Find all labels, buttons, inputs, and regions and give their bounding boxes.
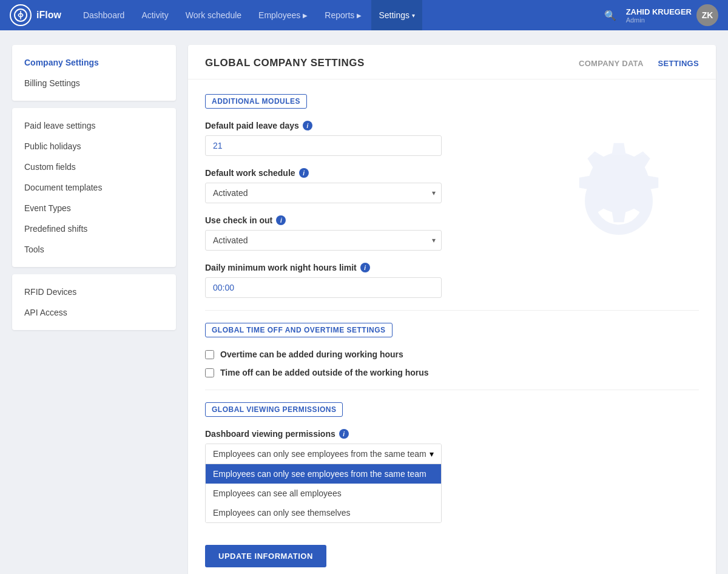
brand: iFlow bbox=[10, 4, 61, 26]
sidebar-item-public-holidays[interactable]: Public holidays bbox=[12, 136, 176, 157]
field-night-hours: Daily minimum work night hours limit i bbox=[205, 263, 699, 298]
navbar: iFlow Dashboard Activity Work schedule E… bbox=[0, 0, 728, 30]
sidebar-section-config: Paid leave settings Public holidays Cust… bbox=[12, 108, 176, 267]
paid-leave-input[interactable] bbox=[205, 135, 442, 156]
field-paid-leave-days: Default paid leave days i bbox=[205, 121, 699, 156]
work-schedule-info-icon[interactable]: i bbox=[299, 168, 309, 178]
tab-company-data[interactable]: COMPANY DATA bbox=[579, 59, 644, 68]
brand-name: iFlow bbox=[36, 10, 61, 21]
nav-settings[interactable]: Settings ▾ bbox=[371, 0, 422, 30]
sidebar-item-event-types[interactable]: Event Types bbox=[12, 198, 176, 218]
employees-arrow-icon: ▶ bbox=[303, 12, 308, 19]
sidebar-item-api-access[interactable]: API Access bbox=[12, 302, 176, 323]
settings-content: ADDITIONAL MODULES Default paid leave da… bbox=[188, 79, 716, 574]
user-name: ZAHID KRUEGER bbox=[626, 7, 692, 16]
update-information-button[interactable]: UPDATE INFORMATION bbox=[205, 545, 326, 567]
sidebar-item-document-templates[interactable]: Document templates bbox=[12, 177, 176, 198]
permissions-current-value: Employees can only see employees from th… bbox=[213, 449, 426, 459]
nav-reports[interactable]: Reports ▶ bbox=[317, 0, 369, 30]
checkbox-time-off-row: Time off can be added outside of the wor… bbox=[205, 368, 699, 377]
divider-1 bbox=[205, 310, 699, 311]
overtime-label: Overtime can be added during working hou… bbox=[220, 349, 403, 359]
work-schedule-select-wrapper: Activated Deactivated ▾ bbox=[205, 183, 442, 203]
sidebar-section-devices: RFID Devices API Access bbox=[12, 274, 176, 330]
section-permissions-label: GLOBAL VIEWING PERMISSIONS bbox=[205, 402, 343, 417]
permissions-dropdown-list: Employees can only see employees from th… bbox=[206, 464, 441, 522]
user-info: ZAHID KRUEGER Admin ZK bbox=[626, 4, 718, 26]
sidebar-item-custom-fields[interactable]: Custom fields bbox=[12, 157, 176, 177]
checkbox-overtime-row: Overtime can be added during working hou… bbox=[205, 349, 699, 359]
header-tabs: COMPANY DATA SETTINGS bbox=[579, 59, 699, 68]
sidebar-item-company-settings[interactable]: Company Settings bbox=[12, 52, 176, 73]
sidebar: Company Settings Billing Settings Paid l… bbox=[12, 45, 176, 574]
search-icon[interactable]: 🔍 bbox=[604, 10, 616, 21]
user-role: Admin bbox=[626, 16, 692, 24]
tab-settings[interactable]: SETTINGS bbox=[658, 59, 699, 68]
section-additional-modules-label: ADDITIONAL MODULES bbox=[205, 94, 307, 109]
avatar: ZK bbox=[696, 4, 718, 26]
sidebar-section-main: Company Settings Billing Settings bbox=[12, 45, 176, 101]
paid-leave-info-icon[interactable]: i bbox=[303, 121, 312, 130]
page: Company Settings Billing Settings Paid l… bbox=[0, 30, 728, 574]
divider-2 bbox=[205, 390, 699, 390]
sidebar-item-tools[interactable]: Tools bbox=[12, 239, 176, 260]
field-dashboard-permissions: Dashboard viewing permissions i Employee… bbox=[205, 429, 699, 523]
permissions-option-2[interactable]: Employees can only see themselves bbox=[206, 503, 441, 522]
nav-employees[interactable]: Employees ▶ bbox=[251, 0, 315, 30]
permissions-dropdown-header[interactable]: Employees can only see employees from th… bbox=[206, 444, 441, 464]
check-in-out-label: Use check in out i bbox=[205, 215, 699, 225]
permissions-dropdown: Employees can only see employees from th… bbox=[205, 444, 442, 523]
permissions-label: Dashboard viewing permissions i bbox=[205, 429, 699, 439]
time-off-label: Time off can be added outside of the wor… bbox=[220, 368, 429, 377]
sidebar-item-paid-leave[interactable]: Paid leave settings bbox=[12, 115, 176, 136]
work-schedule-label: Default work schedule i bbox=[205, 168, 699, 178]
permissions-info-icon[interactable]: i bbox=[339, 429, 349, 439]
settings-arrow-icon: ▾ bbox=[412, 12, 415, 19]
main-header: GLOBAL COMPANY SETTINGS COMPANY DATA SET… bbox=[188, 45, 716, 79]
page-title: GLOBAL COMPANY SETTINGS bbox=[205, 57, 365, 69]
field-check-in-out: Use check in out i Activated Deactivated… bbox=[205, 215, 699, 251]
work-schedule-select[interactable]: Activated Deactivated bbox=[205, 183, 442, 203]
brand-logo bbox=[10, 4, 32, 26]
check-in-out-select[interactable]: Activated Deactivated bbox=[205, 230, 442, 251]
overtime-checkbox[interactable] bbox=[205, 350, 214, 359]
nav-work-schedule[interactable]: Work schedule bbox=[178, 0, 249, 30]
night-hours-label: Daily minimum work night hours limit i bbox=[205, 263, 699, 272]
sidebar-item-billing-settings[interactable]: Billing Settings bbox=[12, 73, 176, 93]
check-in-out-info-icon[interactable]: i bbox=[276, 215, 286, 225]
section-time-off-label: GLOBAL TIME OFF AND OVERTIME SETTINGS bbox=[205, 323, 393, 337]
nav-dashboard[interactable]: Dashboard bbox=[76, 0, 132, 30]
main-content: GLOBAL COMPANY SETTINGS COMPANY DATA SET… bbox=[188, 45, 716, 574]
sidebar-item-rfid[interactable]: RFID Devices bbox=[12, 282, 176, 302]
permissions-option-0[interactable]: Employees can only see employees from th… bbox=[206, 464, 441, 484]
night-hours-input[interactable] bbox=[205, 277, 442, 298]
nav-activity[interactable]: Activity bbox=[134, 0, 175, 30]
night-hours-info-icon[interactable]: i bbox=[360, 263, 370, 272]
field-work-schedule: Default work schedule i Activated Deacti… bbox=[205, 168, 699, 203]
permissions-arrow-icon: ▾ bbox=[430, 449, 434, 459]
reports-arrow-icon: ▶ bbox=[357, 12, 362, 19]
time-off-checkbox[interactable] bbox=[205, 368, 214, 377]
sidebar-item-predefined-shifts[interactable]: Predefined shifts bbox=[12, 218, 176, 239]
checkboxes-section: Overtime can be added during working hou… bbox=[205, 349, 699, 377]
nav-links: Dashboard Activity Work schedule Employe… bbox=[76, 0, 604, 30]
check-in-out-select-wrapper: Activated Deactivated ▾ bbox=[205, 230, 442, 251]
permissions-option-1[interactable]: Employees can see all employees bbox=[206, 484, 441, 503]
paid-leave-label: Default paid leave days i bbox=[205, 121, 699, 130]
